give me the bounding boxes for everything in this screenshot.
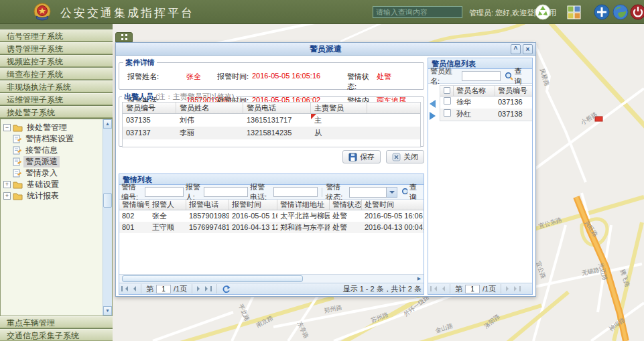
tree-node-alert-entry[interactable]: 警情录入 <box>13 167 111 179</box>
scroll-right-arrow[interactable]: ▶ <box>415 275 424 283</box>
scroll-up-arrow[interactable]: ▲ <box>103 119 112 129</box>
sidebar-item-ops[interactable]: 运维管理子系统 <box>0 93 113 105</box>
column-header[interactable]: 警员编号 <box>123 103 176 113</box>
page-prefix: 第 <box>455 284 462 294</box>
column-header[interactable]: 报警时间 <box>229 200 277 210</box>
tree-expand-icon[interactable]: + <box>3 192 11 200</box>
sidebar-item-video[interactable]: 视频监控子系统 <box>0 55 113 67</box>
save-button[interactable]: 保存 <box>342 150 381 163</box>
power-logout-icon[interactable] <box>630 4 644 20</box>
first-page-icon[interactable] <box>121 286 128 291</box>
record-count-info: 显示 1 - 2 条，共计 2 条 <box>343 284 422 294</box>
column-header[interactable]: 警员名称 <box>454 86 495 96</box>
add-icon[interactable] <box>594 4 610 20</box>
next-page-icon[interactable] <box>197 286 202 291</box>
tree-node-alert-info[interactable]: 接警信息 <box>13 145 111 156</box>
tree-node-basic-settings[interactable]: + 基础设置 <box>3 179 111 190</box>
sidebar-item-signal[interactable]: 信号管理子系统 <box>0 29 113 42</box>
last-page-icon[interactable] <box>514 286 521 291</box>
transfer-left-arrow-icon[interactable] <box>430 100 436 108</box>
officer-list-row[interactable]: 徐华 037136 <box>440 96 533 109</box>
dispatch-note: (注：主责警员可以修改) <box>155 92 234 100</box>
scroll-thumb[interactable] <box>122 275 303 282</box>
column-header[interactable]: 警员电话 <box>243 103 311 113</box>
dispatch-dialog: 警员派遣 ^ × 案件详情 报警姓名: 张全 报警时间: 2016-05-05 … <box>115 42 536 297</box>
prev-page-icon[interactable] <box>131 286 136 291</box>
primary-officer-cell[interactable]: 从 <box>311 127 367 139</box>
field-value: 张全 <box>186 72 217 92</box>
phone-input[interactable] <box>273 187 318 197</box>
primary-officer-cell[interactable]: 主 <box>311 114 367 127</box>
alert-status-select[interactable] <box>349 187 397 198</box>
page-prefix: 第 <box>146 284 153 294</box>
sidebar-item-key-vehicles[interactable]: 重点车辆管理 <box>0 316 113 328</box>
close-button[interactable]: 关闭 <box>386 150 424 163</box>
alert-row[interactable]: 801 王守顺 15769974813 2016-04-13 12:... 郑和… <box>119 222 424 233</box>
scroll-thumb[interactable] <box>103 193 112 208</box>
column-header[interactable]: 警情详细地址 <box>277 200 330 210</box>
column-header[interactable]: 报警人 <box>149 200 186 210</box>
last-page-icon[interactable] <box>205 286 212 291</box>
recycle-icon[interactable] <box>535 4 551 20</box>
page-number-input[interactable] <box>465 285 480 293</box>
tree-expand-icon[interactable]: + <box>3 181 11 188</box>
tree-collapse-icon[interactable]: − <box>3 124 11 131</box>
tree-node-alert-archive[interactable]: 警情档案设置 <box>13 133 111 145</box>
folder-open-icon <box>13 123 23 132</box>
dialog-titlebar[interactable]: 警员派遣 ^ × <box>116 43 535 56</box>
field-value: 2016-05-05 16:05:16 <box>252 72 347 92</box>
sidebar-item-traffic-info[interactable]: 交通信息采集子系统 <box>0 329 113 341</box>
select-all-checkbox[interactable] <box>440 86 454 96</box>
refresh-icon[interactable] <box>222 285 231 293</box>
search-icon <box>505 72 513 80</box>
column-header[interactable]: 警员姓名 <box>176 103 243 113</box>
document-icon <box>13 135 21 143</box>
document-icon <box>13 157 21 166</box>
chevron-down-icon[interactable] <box>387 187 397 198</box>
sidebar-item-dispatch-system[interactable]: 接处警子系统 <box>0 106 113 118</box>
column-header[interactable]: 报警电话 <box>186 200 229 210</box>
alert-search-button[interactable]: 查询 <box>399 182 422 202</box>
column-header[interactable]: 主责警员 <box>311 103 367 113</box>
column-header[interactable]: 警情状态 <box>330 200 362 210</box>
alert-hscrollbar[interactable]: ◀ ▶ <box>119 274 424 283</box>
officer-row[interactable]: 037135 刘伟 13615131717 主 <box>123 114 420 127</box>
nav-tree-panel: − 接处警管理 警情档案设置 <box>0 119 113 316</box>
sidebar-item-offsite[interactable]: 非现场执法子系统 <box>0 80 113 92</box>
header-search-input[interactable] <box>373 6 462 18</box>
reporter-input[interactable] <box>204 187 248 197</box>
sidebar-item-guidance[interactable]: 诱导管理子系统 <box>0 42 113 54</box>
panel-toggle-tab[interactable] <box>115 32 133 42</box>
alert-row[interactable]: 802 张全 18579019890 2016-05-05 16:... 太平北… <box>119 210 424 222</box>
document-icon <box>13 146 21 155</box>
column-header-filler <box>367 103 420 113</box>
next-page-icon[interactable] <box>506 286 511 291</box>
row-checkbox[interactable] <box>440 109 454 121</box>
scroll-down-arrow[interactable]: ▼ <box>103 306 112 316</box>
column-header[interactable]: 警员编号 <box>495 86 533 96</box>
column-header-sorted[interactable]: 警情编号 <box>119 200 149 210</box>
sidebar-item-checkpoint[interactable]: 缉查布控子系统 <box>0 68 113 80</box>
page-number-input[interactable] <box>156 285 171 293</box>
transfer-right-arrow-icon[interactable] <box>430 112 436 120</box>
tree-scrollbar[interactable]: ▲ ▼ <box>103 119 112 316</box>
tree-node-stat-reports[interactable]: + 统计报表 <box>3 190 111 202</box>
tree-node-dispatch-mgmt[interactable]: − 接处警管理 <box>3 122 111 133</box>
officer-row[interactable]: 037137 李丽 13215814235 从 <box>123 127 420 139</box>
collapse-icon[interactable]: ^ <box>511 44 521 54</box>
alert-id-input[interactable] <box>145 187 184 197</box>
map-tiles-icon[interactable] <box>566 4 582 20</box>
police-search-button[interactable]: 查询 <box>503 66 530 86</box>
globe-icon[interactable] <box>613 4 629 20</box>
officer-list-row[interactable]: 孙红 037138 <box>440 109 533 121</box>
column-header[interactable]: 处警时间 <box>362 200 424 210</box>
prev-page-icon[interactable] <box>440 286 445 291</box>
close-icon[interactable]: × <box>523 44 533 54</box>
alert-paging-bar: 第 /1页 显示 1 - 2 条，共计 2 条 <box>119 283 424 294</box>
tree-node-officer-dispatch[interactable]: 警员派遣 <box>13 156 111 167</box>
police-emblem-logo <box>32 2 52 22</box>
field-label: 报警时间: <box>217 72 252 92</box>
first-page-icon[interactable] <box>430 286 437 291</box>
officer-name-input[interactable] <box>462 71 501 81</box>
row-checkbox[interactable] <box>440 96 454 109</box>
